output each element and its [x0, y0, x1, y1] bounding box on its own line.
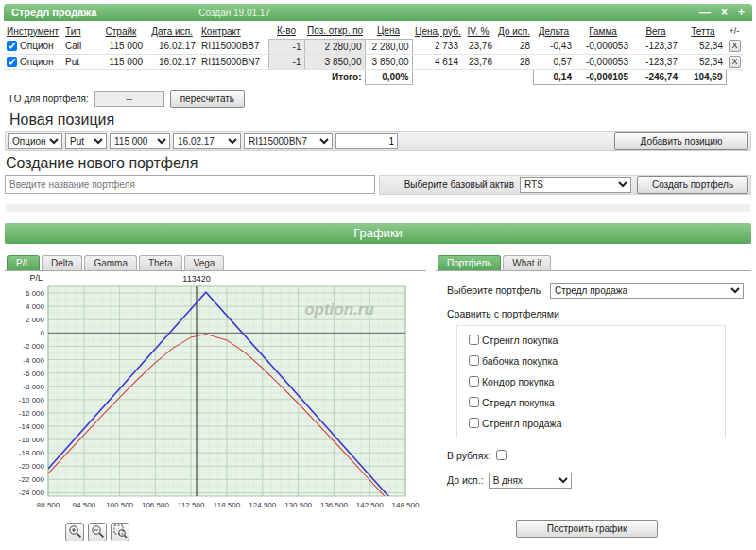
contract-select[interactable]: RI115000BN7 [244, 133, 333, 149]
tab-theta[interactable]: Theta [139, 255, 182, 270]
close-icon[interactable]: × [721, 7, 728, 18]
row-enabled-checkbox[interactable] [7, 57, 17, 67]
new-position-toolbar: Опцион Put 115 000 16.02.17 RI115000BN7 … [5, 131, 751, 151]
cell-gamma: -0,000053 [575, 54, 631, 69]
cell-qty: -1 [268, 39, 304, 54]
cell-strike: 115 000 [96, 39, 146, 54]
compare-checkbox[interactable] [469, 335, 479, 345]
charts-section-header: Графики [5, 223, 751, 244]
remove-row-button[interactable]: X [729, 40, 741, 52]
col-header-openpos[interactable]: Поз. откр. по [304, 24, 365, 39]
add-icon[interactable]: + [738, 7, 745, 18]
col-header-days[interactable]: До исп. [495, 24, 533, 39]
portfolio-select-label: Выберите портфель [447, 284, 541, 296]
totals-value: 0,00% [365, 69, 412, 84]
cell-gamma: -0,000053 [575, 39, 631, 54]
zoom-out-icon[interactable] [88, 523, 107, 541]
positions-table: Инструмент Тип Страйк Дата исп. Контракт… [4, 24, 743, 85]
cell-expdate: 16.02.17 [146, 39, 198, 54]
svg-text:118 500: 118 500 [214, 501, 241, 509]
rubles-checkbox[interactable] [496, 450, 507, 460]
compare-checkbox[interactable] [469, 355, 479, 366]
col-header-contract[interactable]: Контракт [198, 24, 268, 39]
portfolio-select-row: Выберите портфель Стредл продажа [447, 283, 746, 299]
cell-iv: 23,76 [461, 54, 495, 69]
portfolio-select[interactable]: Стредл продажа [550, 283, 744, 299]
compare-item-label: Стренгл покупка [482, 335, 558, 346]
col-header-strike[interactable]: Страйк [96, 24, 146, 39]
svg-text:88 500: 88 500 [37, 501, 60, 509]
tab-gamma[interactable]: Gamma [84, 255, 137, 270]
tab-portfolio[interactable]: Портфель [438, 255, 501, 270]
col-header-pricerub[interactable]: Цена, руб. [412, 24, 461, 39]
window-title: Стредл продажа [11, 7, 96, 18]
zoom-window-icon[interactable] [111, 523, 129, 541]
svg-text:148 500: 148 500 [392, 501, 420, 509]
col-header-iv[interactable]: IV. % [461, 24, 495, 39]
cell-type: Call [62, 39, 96, 54]
cell-iv: 23,76 [461, 39, 495, 54]
compare-item[interactable]: бабочка покупка [469, 355, 713, 367]
cell-instrument: Опцион [20, 41, 54, 51]
table-row: Опцион Put 115 000 16.02.17 RI115000BN7 … [4, 54, 743, 69]
col-header-type[interactable]: Тип [62, 24, 96, 39]
compare-checkbox[interactable] [469, 418, 479, 428]
margin-label: ГО для портфеля: [9, 94, 89, 104]
days-select[interactable]: В днях [489, 473, 572, 489]
svg-text:P/L: P/L [29, 273, 43, 283]
new-portfolio-bar: Выберите базовый актив RTS Создать портф… [5, 175, 751, 195]
svg-text:option.ru: option.ru [304, 301, 374, 318]
recalculate-button[interactable]: пересчитать [170, 90, 245, 108]
compare-item[interactable]: Стредл покупка [469, 397, 713, 408]
compare-item-label: Стредл покупка [482, 397, 555, 408]
compare-item-label: бабочка покупка [482, 355, 558, 367]
quantity-input[interactable] [335, 133, 398, 149]
window-created-date: Создан 19.01.17 [198, 8, 270, 18]
expiry-select[interactable]: 16.02.17 [173, 133, 241, 149]
base-asset-select[interactable]: RTS [520, 177, 631, 193]
col-header-qty[interactable]: К-во [268, 24, 304, 39]
col-header-price[interactable]: Цена [365, 24, 412, 39]
compare-item[interactable]: Кондор покупка [469, 376, 713, 387]
cell-vega: -123,37 [631, 54, 680, 69]
col-header-plusminus: +/- [726, 24, 743, 39]
col-header-theta[interactable]: Тетта [680, 24, 726, 39]
zoom-controls [65, 523, 426, 541]
svg-text:142 500: 142 500 [356, 501, 384, 509]
tab-whatif[interactable]: What if [503, 255, 551, 270]
compare-item[interactable]: Стренгл продажа [469, 418, 713, 429]
new-portfolio-heading: Создание нового портфеля [6, 155, 756, 172]
compare-checkbox[interactable] [469, 397, 479, 407]
row-enabled-checkbox[interactable] [7, 41, 17, 51]
col-header-gamma[interactable]: Гамма [575, 24, 631, 39]
tab-delta[interactable]: Delta [42, 255, 82, 270]
remove-row-button[interactable]: X [729, 56, 741, 68]
portfolio-name-input[interactable] [5, 175, 375, 194]
col-header-instrument[interactable]: Инструмент [4, 24, 62, 39]
table-row: Опцион Call 115 000 16.02.17 RI115000BB7… [4, 39, 743, 54]
cell-expdate: 16.02.17 [146, 54, 198, 69]
option-type-select[interactable]: Put [65, 133, 107, 149]
minimize-icon[interactable]: — [699, 7, 711, 18]
tab-vega[interactable]: Vega [184, 255, 225, 270]
strike-select[interactable]: 115 000 [110, 133, 170, 149]
build-chart-button[interactable]: Построить график [516, 520, 658, 538]
totals-row: Итого: 0,00% 0,14 -0,000105 -246,74 104,… [4, 69, 743, 84]
tab-pl[interactable]: P/L [7, 255, 40, 270]
cell-delta: -0,43 [533, 39, 575, 54]
col-header-delta[interactable]: Дельта [533, 24, 575, 39]
svg-text:-8 000: -8 000 [23, 382, 44, 390]
totals-delta: 0,14 [533, 69, 575, 84]
col-header-vega[interactable]: Вега [631, 24, 680, 39]
zoom-in-icon[interactable] [65, 523, 84, 541]
cell-days: 28 [495, 54, 533, 69]
compare-item[interactable]: Стренгл покупка [469, 335, 713, 346]
base-asset-area: Выберите базовый актив RTS Создать портф… [379, 175, 751, 195]
col-header-expdate[interactable]: Дата исп. [146, 24, 198, 39]
days-row: До исп.: В днях [447, 473, 746, 489]
instrument-select[interactable]: Опцион [8, 133, 62, 149]
create-portfolio-button[interactable]: Создать портфель [637, 176, 748, 194]
compare-checkbox[interactable] [469, 376, 479, 387]
add-position-button[interactable]: Добавить позицию [614, 132, 748, 150]
svg-text:4 000: 4 000 [26, 302, 45, 311]
